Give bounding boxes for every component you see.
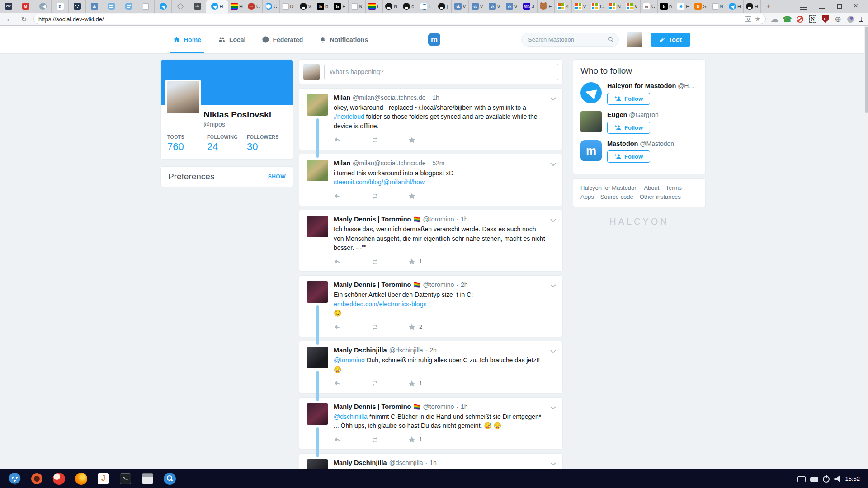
follow-button[interactable]: Follow bbox=[607, 122, 650, 134]
toot-timestamp[interactable]: 52m bbox=[432, 160, 444, 167]
toot-timestamp[interactable]: 1h bbox=[429, 459, 437, 466]
globe-extension-icon[interactable]: ⊕ bbox=[834, 15, 842, 23]
browser-tab[interactable]: 5b bbox=[314, 0, 331, 13]
chevron-down-icon[interactable] bbox=[549, 404, 557, 413]
favourite-button[interactable] bbox=[408, 192, 445, 200]
favourite-button[interactable]: 1 bbox=[408, 258, 445, 266]
suggested-user-name[interactable]: Eugen @Gargron bbox=[607, 111, 659, 118]
browser-tab[interactable] bbox=[120, 0, 137, 13]
favourite-button[interactable]: 1 bbox=[408, 436, 445, 444]
chevron-down-icon[interactable] bbox=[549, 160, 557, 170]
footer-link[interactable]: Terms bbox=[665, 183, 681, 192]
browser-tab[interactable] bbox=[137, 0, 155, 13]
browser-tab[interactable]: v bbox=[623, 0, 641, 13]
favourite-button[interactable]: 1 bbox=[408, 380, 445, 388]
chevron-down-icon[interactable] bbox=[549, 95, 557, 104]
browser-tab[interactable]: vk bbox=[86, 0, 103, 13]
browser-tab[interactable]: v bbox=[572, 0, 589, 13]
suggested-user-name[interactable]: Mastodon @Mastodon bbox=[607, 140, 674, 147]
browser-tab[interactable]: N bbox=[606, 0, 623, 13]
boost-button[interactable] bbox=[371, 258, 408, 266]
toot-timestamp[interactable]: 1h bbox=[461, 403, 468, 410]
refresh-button[interactable]: ↻ bbox=[19, 15, 29, 23]
browser-tab[interactable]: </> bbox=[189, 0, 206, 13]
nav-item-home[interactable]: Home bbox=[166, 26, 208, 53]
nav-item-local[interactable]: Local bbox=[211, 26, 252, 53]
noscript-extension-icon[interactable]: N bbox=[808, 15, 817, 23]
browser-tab[interactable]: H bbox=[744, 0, 761, 13]
toot-author[interactable]: Milan bbox=[334, 160, 350, 167]
red-browser-launcher[interactable] bbox=[48, 469, 70, 488]
close-button[interactable]: × bbox=[854, 4, 860, 9]
browser-tab[interactable] bbox=[103, 0, 120, 13]
boost-button[interactable] bbox=[371, 436, 408, 444]
toot-timestamp[interactable]: 2h bbox=[461, 281, 468, 288]
toot-handle[interactable]: @milan@social.tchncs.de bbox=[353, 94, 426, 101]
browser-tab[interactable]: E bbox=[538, 0, 555, 13]
toot-timestamp[interactable]: 1h bbox=[461, 216, 468, 223]
back-button[interactable]: ← bbox=[5, 15, 14, 23]
search-box[interactable] bbox=[521, 33, 619, 47]
suggested-user-avatar[interactable]: m bbox=[580, 140, 602, 161]
reply-button[interactable] bbox=[334, 380, 371, 387]
toot-handle[interactable]: @toromino bbox=[423, 281, 454, 288]
search-input[interactable] bbox=[528, 36, 608, 43]
boost-button[interactable] bbox=[371, 380, 408, 387]
browser-tab[interactable]: vkv bbox=[503, 0, 520, 13]
reply-button[interactable] bbox=[334, 192, 371, 200]
follow-button[interactable]: Follow bbox=[607, 93, 650, 105]
reply-button[interactable] bbox=[334, 436, 371, 444]
browser-tab[interactable]: 5b bbox=[658, 0, 675, 13]
browser-tab[interactable]: C bbox=[245, 0, 263, 13]
chevron-down-icon[interactable] bbox=[549, 460, 557, 469]
footer-link[interactable]: Apps bbox=[580, 192, 594, 202]
tray-power-icon[interactable] bbox=[823, 476, 830, 483]
toot-avatar[interactable] bbox=[307, 94, 328, 116]
block-extension-icon[interactable] bbox=[796, 15, 804, 23]
favourite-button[interactable] bbox=[408, 136, 445, 144]
bookmark-star-icon[interactable]: ★ bbox=[755, 15, 761, 23]
toot-author[interactable]: Manly Dennis | Toromino bbox=[334, 281, 411, 288]
browser-tab[interactable]: vkv bbox=[452, 0, 469, 13]
toot-author[interactable]: Manly Dschinjilla bbox=[334, 459, 387, 466]
browser-tab[interactable]: H bbox=[228, 0, 245, 13]
suggested-user-avatar[interactable] bbox=[580, 82, 602, 103]
stat-following[interactable]: FOLLOWING 24 bbox=[207, 134, 247, 153]
toot-handle[interactable]: @toromino bbox=[423, 403, 454, 410]
footer-link[interactable]: Halcyon for Mastodon bbox=[580, 183, 637, 192]
toot-author[interactable]: Manly Dschinjilla bbox=[334, 347, 387, 354]
toot-handle[interactable]: @toromino bbox=[423, 216, 454, 223]
chevron-down-icon[interactable] bbox=[549, 282, 557, 291]
toot-author[interactable]: Milan bbox=[334, 94, 350, 101]
tray-chat-icon[interactable] bbox=[810, 477, 818, 482]
app-menu-launcher[interactable] bbox=[4, 469, 26, 488]
toot-author[interactable]: Manly Dennis | Toromino bbox=[334, 403, 411, 410]
toot-button[interactable]: Toot bbox=[651, 33, 690, 47]
toot-avatar[interactable] bbox=[307, 160, 328, 181]
browser-tab[interactable]: M bbox=[17, 0, 34, 13]
browser-tab[interactable]: b bbox=[52, 0, 69, 13]
browser-tab[interactable]: v bbox=[297, 0, 314, 13]
browser-tab[interactable] bbox=[172, 0, 189, 13]
user-avatar[interactable] bbox=[627, 32, 642, 47]
toot-link[interactable]: #nextcloud bbox=[334, 113, 364, 120]
reply-button[interactable] bbox=[334, 136, 371, 144]
browser-tab[interactable]: ∪S bbox=[692, 0, 709, 13]
toot-timestamp[interactable]: 1h bbox=[432, 94, 439, 101]
phone-green-extension-icon[interactable]: ☎ bbox=[783, 15, 792, 23]
browser-tab[interactable]: N bbox=[383, 0, 400, 13]
boost-button[interactable] bbox=[371, 324, 408, 331]
suggested-user-avatar[interactable] bbox=[580, 111, 602, 132]
boost-button[interactable] bbox=[371, 136, 408, 144]
mastodon-logo[interactable]: m bbox=[428, 33, 440, 46]
stat-toots[interactable]: TOOTS 760 bbox=[167, 134, 207, 153]
page-scrollbar[interactable] bbox=[864, 26, 868, 488]
toot-handle[interactable]: @dschinjilla bbox=[389, 347, 423, 354]
browser-tab[interactable]: H bbox=[726, 0, 744, 13]
search-app-launcher[interactable] bbox=[159, 469, 181, 488]
download-icon[interactable]: ↓ bbox=[859, 16, 863, 22]
toot-handle[interactable]: @dschinjilla bbox=[389, 459, 423, 466]
new-tab-button[interactable]: + bbox=[761, 0, 776, 13]
browser-menu-icon[interactable] bbox=[800, 5, 807, 6]
toot-timestamp[interactable]: 2h bbox=[429, 347, 437, 354]
